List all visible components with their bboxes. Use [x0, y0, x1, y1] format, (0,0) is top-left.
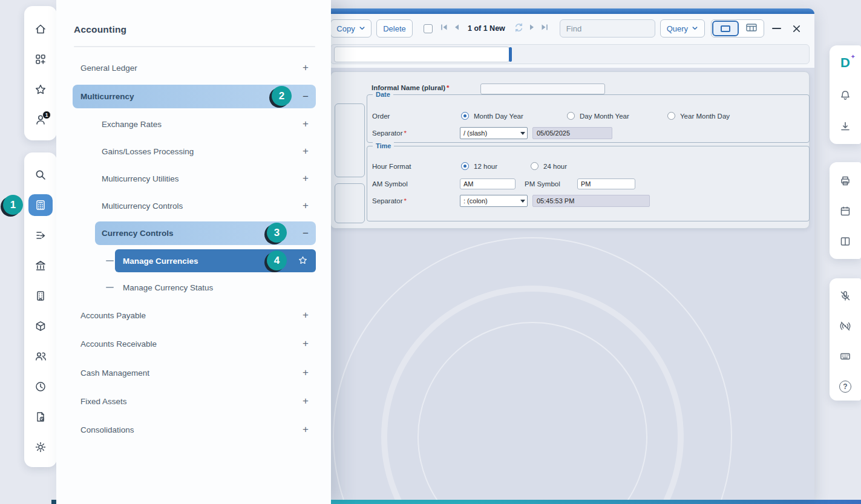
customers-users-icon[interactable] — [34, 350, 47, 362]
order-month-day-year-radio[interactable] — [461, 112, 469, 120]
inventory-cube-icon[interactable] — [34, 320, 47, 332]
record-checkbox[interactable] — [424, 24, 433, 33]
minimize-button[interactable] — [772, 28, 781, 30]
record-name-row — [330, 44, 810, 64]
apps-grid-icon[interactable] — [34, 53, 47, 65]
search-icon[interactable] — [34, 169, 47, 181]
close-icon[interactable] — [792, 24, 801, 33]
help-icon[interactable] — [839, 381, 851, 393]
home-icon[interactable] — [34, 23, 47, 35]
date-preview-field: 05/05/2025 — [532, 127, 612, 139]
profile-icon[interactable]: 1 — [34, 114, 47, 126]
hour-12-radio[interactable] — [461, 162, 469, 170]
date-separator-select[interactable]: / (slash) — [460, 127, 528, 139]
previous-record-icon[interactable] — [453, 23, 460, 34]
order-year-month-day-radio[interactable] — [667, 112, 675, 120]
keyboard-icon[interactable] — [839, 350, 851, 362]
import-download-icon[interactable] — [839, 120, 851, 133]
order-day-month-year-radio[interactable] — [567, 112, 575, 120]
record-window: Copy Delete 1 of 1 New — [326, 8, 814, 500]
grid-view-toggle[interactable] — [739, 20, 764, 37]
columns-layout-icon[interactable] — [839, 235, 851, 247]
form-view-toggle[interactable] — [712, 21, 739, 36]
delete-button[interactable]: Delete — [376, 19, 413, 38]
calendar-icon[interactable] — [839, 205, 851, 217]
next-record-icon[interactable] — [529, 23, 536, 34]
assistant-logo[interactable]: D ✦ — [840, 55, 850, 71]
expand-icon[interactable]: + — [303, 145, 309, 157]
printer-icon[interactable] — [839, 175, 851, 187]
grid-view-icon — [746, 23, 757, 34]
menu-item-manage-currency-status[interactable]: Manage Currency Status — [115, 275, 316, 299]
microphone-muted-icon[interactable] — [839, 290, 851, 302]
favorites-star-icon[interactable] — [34, 83, 47, 96]
expand-icon[interactable]: + — [303, 118, 309, 130]
reports-document-icon[interactable] — [34, 411, 47, 423]
delete-button-label: Delete — [383, 24, 406, 33]
menu-item-fixed-assets[interactable]: Fixed Assets + — [73, 389, 316, 413]
hour-option-label: 24 hour — [543, 163, 567, 170]
menu-item-exchange-rates[interactable]: Exchange Rates + — [95, 112, 316, 136]
notifications-bell-icon[interactable] — [839, 90, 851, 102]
transactions-icon[interactable] — [34, 229, 47, 241]
expand-icon[interactable]: + — [303, 172, 309, 185]
record-position: 1 of 1 New — [468, 24, 505, 33]
form-view-icon — [721, 25, 730, 32]
order-option-label: Year Month Day — [680, 113, 730, 120]
menu-item-multicurrency-controls[interactable]: Multicurrency Controls + — [95, 194, 316, 218]
expand-icon[interactable]: + — [303, 338, 309, 350]
accounting-calculator-icon[interactable] — [34, 199, 47, 211]
step-annotation-2: 2 — [272, 86, 292, 106]
required-mark: * — [447, 84, 449, 91]
query-button-label: Query — [667, 24, 688, 33]
find-input[interactable] — [560, 19, 655, 38]
informal-name-input[interactable] — [480, 83, 605, 94]
time-preview-field: 05:45:53 PM — [532, 195, 650, 207]
menu-item-accounts-payable[interactable]: Accounts Payable + — [73, 303, 316, 327]
organization-building-icon[interactable] — [34, 290, 47, 302]
expand-icon[interactable]: + — [303, 367, 309, 379]
refresh-icon[interactable] — [513, 22, 525, 36]
expand-icon[interactable]: + — [303, 395, 309, 407]
query-button[interactable]: Query — [660, 19, 705, 38]
view-toggle — [711, 19, 764, 38]
order-option-label: Month Day Year — [474, 113, 523, 120]
currency-settings-form: Informal Name (plural)* Date Order Month… — [330, 71, 810, 229]
menu-item-general-ledger[interactable]: General Ledger + — [73, 56, 316, 80]
expand-icon[interactable]: + — [303, 200, 309, 212]
copy-button[interactable]: Copy — [330, 19, 372, 38]
last-record-icon[interactable] — [540, 23, 549, 34]
time-clock-icon[interactable] — [34, 381, 47, 393]
menu-item-cash-management[interactable]: Cash Management + — [73, 361, 316, 385]
menu-item-multicurrency-utilities[interactable]: Multicurrency Utilities + — [95, 166, 316, 191]
favorite-star-icon[interactable] — [298, 256, 307, 267]
expand-icon[interactable]: + — [303, 309, 309, 321]
date-group-legend: Date — [373, 91, 393, 98]
record-name-input[interactable] — [334, 47, 509, 62]
pm-symbol-input[interactable] — [577, 178, 635, 189]
time-separator-select[interactable]: : (colon) — [460, 195, 528, 207]
banking-icon[interactable] — [34, 260, 47, 272]
required-mark: * — [404, 129, 407, 137]
broadcast-muted-icon[interactable] — [839, 320, 851, 332]
time-group-legend: Time — [373, 142, 394, 149]
order-option-label: Day Month Year — [580, 113, 629, 120]
hour-option-label: 12 hour — [474, 163, 497, 170]
notification-badge: 1 — [42, 111, 51, 119]
settings-gear-icon[interactable] — [34, 441, 47, 453]
pm-symbol-label: PM Symbol — [525, 180, 560, 188]
hour-24-radio[interactable] — [531, 162, 539, 170]
menu-item-consolidations[interactable]: Consolidations + — [73, 417, 316, 442]
dropdown-arrow-icon — [518, 132, 527, 135]
collapse-icon[interactable]: − — [303, 227, 309, 240]
menu-item-accounts-receivable[interactable]: Accounts Receivable + — [73, 332, 316, 356]
menu-item-gains-losses-processing[interactable]: Gains/Losses Processing + — [95, 139, 316, 163]
am-symbol-input[interactable] — [460, 178, 516, 189]
expand-icon[interactable]: + — [303, 62, 309, 74]
required-mark: * — [404, 197, 407, 205]
first-record-icon[interactable] — [440, 23, 448, 34]
expand-icon[interactable]: + — [303, 424, 309, 436]
record-navigation: 1 of 1 New — [440, 22, 549, 36]
module-nav-card — [24, 152, 57, 467]
collapse-icon[interactable]: − — [303, 91, 309, 103]
